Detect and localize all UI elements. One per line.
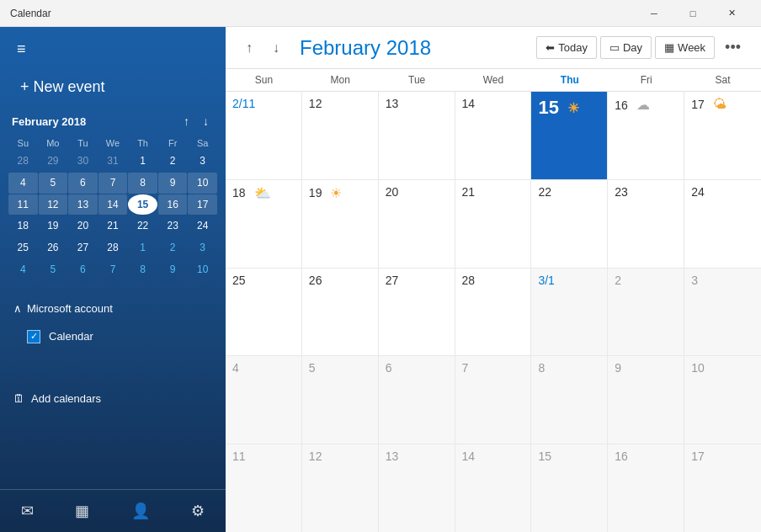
close-button[interactable]: ✕ <box>712 0 751 27</box>
day-cell[interactable]: 20 <box>379 180 455 268</box>
day-cell[interactable]: 17🌤 <box>684 92 761 179</box>
day-cell[interactable]: 12 <box>302 92 379 179</box>
day-cell[interactable]: 9 <box>608 356 684 444</box>
day-cell[interactable]: 18⛅ <box>226 180 302 268</box>
mini-day-cell[interactable]: 27 <box>68 237 98 258</box>
mini-day-cell[interactable]: 3 <box>188 237 217 258</box>
day-cell[interactable]: 19☀ <box>302 180 379 268</box>
mini-day-cell[interactable]: 8 <box>128 173 157 194</box>
minimize-button[interactable]: ─ <box>635 0 673 27</box>
day-cell[interactable]: 15 <box>531 444 608 532</box>
mini-day-cell[interactable]: 4 <box>8 173 38 194</box>
mini-day-cell[interactable]: 9 <box>158 173 188 194</box>
day-cell[interactable]: 2 <box>608 269 684 356</box>
day-cell[interactable]: 13 <box>379 444 455 532</box>
mini-day-cell[interactable]: 10 <box>188 173 217 194</box>
mini-day-cell[interactable]: 1 <box>128 151 157 172</box>
mini-day-cell[interactable]: 30 <box>68 151 98 172</box>
mini-day-cell[interactable]: 29 <box>39 151 68 172</box>
day-cell[interactable]: 12 <box>302 444 379 532</box>
mini-day-cell[interactable]: 22 <box>128 215 157 237</box>
day-cell[interactable]: 8 <box>531 356 608 444</box>
day-cell[interactable]: 11 <box>226 444 302 532</box>
mini-day-cell[interactable]: 20 <box>68 215 98 237</box>
today-button[interactable]: ⬅ Today <box>536 36 597 59</box>
mini-day-cell[interactable]: 6 <box>68 259 98 280</box>
mini-prev-button[interactable]: ↑ <box>178 113 194 130</box>
day-cell[interactable]: 6 <box>379 356 455 444</box>
mini-day-cell[interactable]: 3 <box>188 151 217 172</box>
mini-day-cell[interactable]: 18 <box>8 215 38 237</box>
day-cell[interactable]: 16☁ <box>608 92 684 179</box>
day-cell[interactable]: 26 <box>302 269 379 356</box>
account-header[interactable]: ∧ Microsoft account <box>13 299 212 318</box>
mini-day-cell[interactable]: 12 <box>39 194 68 215</box>
day-cell[interactable]: 28 <box>455 269 532 356</box>
mini-day-cell[interactable]: 2 <box>158 151 188 172</box>
mini-day-cell[interactable]: 9 <box>158 259 188 280</box>
day-cell[interactable]: 16 <box>608 444 684 532</box>
day-cell[interactable]: 24 <box>684 180 761 268</box>
mini-day-cell[interactable]: 16 <box>158 194 188 215</box>
add-calendars-button[interactable]: 🗓 Add calendars <box>0 384 226 413</box>
day-cell[interactable]: 21 <box>455 180 532 268</box>
day-button[interactable]: ▭ Day <box>600 36 652 59</box>
mini-day-cell[interactable]: 1 <box>128 237 157 258</box>
mini-day-cell[interactable]: 23 <box>158 215 188 237</box>
day-cell[interactable]: 23 <box>608 180 684 268</box>
people-button[interactable]: 👤 <box>121 495 160 527</box>
maximize-button[interactable]: □ <box>673 0 712 27</box>
day-cell[interactable]: 14 <box>455 444 532 532</box>
calendar-main: ↑ ↓ February 2018 ⬅ Today ▭ Day ▦ Week •… <box>226 27 761 532</box>
mini-day-cell[interactable]: 8 <box>128 259 157 280</box>
next-month-button[interactable]: ↓ <box>266 37 286 59</box>
mini-day-cell[interactable]: 15 <box>128 194 157 215</box>
day-cell[interactable]: 13 <box>379 92 455 179</box>
mini-day-cell[interactable]: 17 <box>188 194 217 215</box>
day-cell[interactable]: 4 <box>226 356 302 444</box>
mini-day-cell[interactable]: 5 <box>39 259 68 280</box>
mini-day-cell[interactable]: 26 <box>39 237 68 258</box>
mini-day-cell[interactable]: 4 <box>8 259 38 280</box>
mini-day-cell[interactable]: 10 <box>188 259 217 280</box>
day-cell[interactable]: 27 <box>379 269 455 356</box>
day-number: 5 <box>309 361 371 375</box>
calendar-item[interactable]: ✓ Calendar <box>13 325 212 348</box>
mini-day-cell[interactable]: 5 <box>39 173 68 194</box>
mini-day-cell[interactable]: 11 <box>8 194 38 215</box>
day-cell[interactable]: 22 <box>531 180 608 268</box>
mini-day-cell[interactable]: 2 <box>158 237 188 258</box>
day-cell[interactable]: 15☀ <box>531 92 608 179</box>
mini-day-cell[interactable]: 31 <box>98 151 128 172</box>
mini-day-cell[interactable]: 7 <box>98 173 128 194</box>
new-event-button[interactable]: + New event <box>7 72 219 103</box>
hamburger-button[interactable]: ≡ <box>13 37 29 61</box>
mini-next-button[interactable]: ↓ <box>198 113 214 130</box>
settings-button[interactable]: ⚙ <box>181 495 215 527</box>
day-cell[interactable]: 7 <box>455 356 532 444</box>
mini-day-cell[interactable]: 13 <box>68 194 98 215</box>
day-cell[interactable]: 3/1 <box>531 269 608 356</box>
day-cell[interactable]: 14 <box>455 92 532 179</box>
day-cell[interactable]: 25 <box>226 269 302 356</box>
week-button[interactable]: ▦ Week <box>655 36 715 59</box>
mini-day-cell[interactable]: 25 <box>8 237 38 258</box>
day-cell[interactable]: 5 <box>302 356 379 444</box>
prev-month-button[interactable]: ↑ <box>239 37 259 59</box>
calendar-checkbox[interactable]: ✓ <box>27 330 40 343</box>
more-button[interactable]: ••• <box>718 35 748 60</box>
mini-day-cell[interactable]: 24 <box>188 215 217 237</box>
mini-day-cell[interactable]: 14 <box>98 194 128 215</box>
mini-day-cell[interactable]: 28 <box>98 237 128 258</box>
day-cell[interactable]: 10 <box>684 356 761 444</box>
mini-day-cell[interactable]: 19 <box>39 215 68 237</box>
day-cell[interactable]: 3 <box>684 269 761 356</box>
mail-button[interactable]: ✉ <box>11 495 44 527</box>
day-cell[interactable]: 2/11 <box>226 92 302 179</box>
mini-day-cell[interactable]: 7 <box>98 259 128 280</box>
mini-day-cell[interactable]: 28 <box>8 151 38 172</box>
day-cell[interactable]: 17 <box>684 444 761 532</box>
calendar-button[interactable]: ▦ <box>65 495 99 527</box>
mini-day-cell[interactable]: 6 <box>68 173 98 194</box>
mini-day-cell[interactable]: 21 <box>98 215 128 237</box>
